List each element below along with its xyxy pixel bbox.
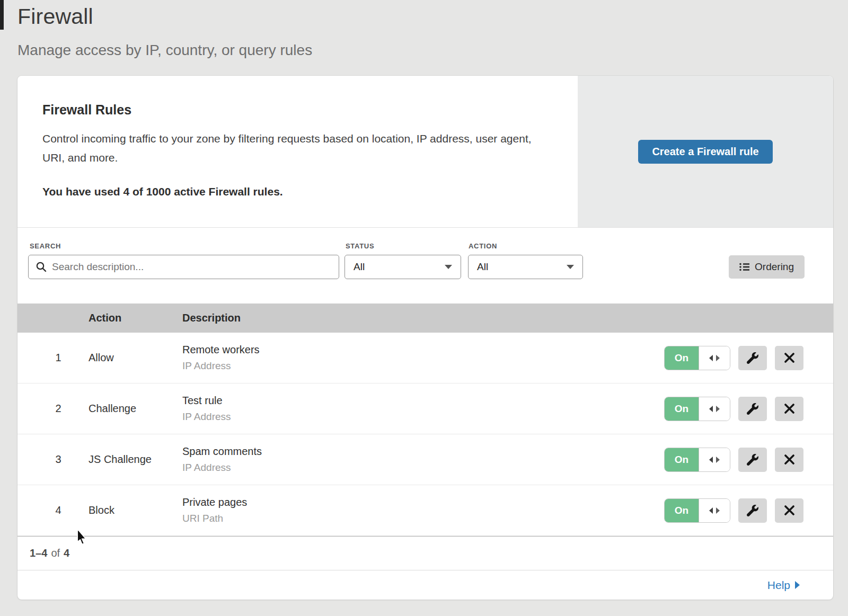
rule-description: Remote workers [182, 344, 664, 356]
toggle-drag-handle[interactable] [699, 397, 730, 421]
left-right-arrows-icon [709, 456, 720, 463]
rule-description: Private pages [182, 496, 664, 508]
rule-controls: On [664, 346, 833, 370]
help-link[interactable]: Help [767, 579, 800, 592]
rule-priority: 1 [17, 352, 89, 364]
rule-description: Test rule [182, 395, 664, 407]
section-description: Control incoming traffic to your zone by… [42, 129, 546, 167]
close-icon [784, 353, 794, 363]
status-label: STATUS [346, 242, 374, 250]
delete-rule-button[interactable] [775, 498, 803, 523]
rule-priority: 3 [17, 453, 89, 466]
table-row: 3 JS Challenge Spam comments IP Address … [17, 434, 833, 485]
rule-action: JS Challenge [89, 453, 182, 466]
rule-priority: 4 [17, 504, 89, 516]
create-firewall-rule-button[interactable]: Create a Firewall rule [638, 140, 772, 164]
table-row: 2 Challenge Test rule IP Address On [17, 383, 833, 434]
rule-controls: On [664, 448, 833, 472]
toggle-on-label[interactable]: On [665, 397, 699, 421]
table-row: 4 Block Private pages URI Path On [17, 485, 833, 536]
ordering-button-label: Ordering [755, 261, 794, 273]
filters-bar: SEARCH STATUS All ACTION All Ordering [17, 228, 833, 303]
rule-enabled-toggle[interactable]: On [664, 448, 730, 472]
overview-section: Firewall Rules Control incoming traffic … [17, 76, 833, 228]
rule-field: IP Address [182, 462, 664, 474]
description-column-header: Description [182, 312, 833, 324]
chevron-down-icon [567, 265, 574, 269]
delete-rule-button[interactable] [775, 346, 803, 370]
wrench-icon [747, 352, 758, 364]
page-subtitle: Manage access by IP, country, or query r… [17, 42, 823, 59]
rule-field: URI Path [182, 513, 664, 524]
delete-rule-button[interactable] [775, 397, 803, 421]
status-selected-value: All [354, 261, 365, 273]
chevron-down-icon [445, 265, 452, 269]
left-right-arrows-icon [709, 405, 720, 413]
edit-rule-button[interactable] [738, 498, 767, 523]
section-heading: Firewall Rules [42, 102, 546, 118]
rule-action: Challenge [89, 403, 182, 415]
wrench-icon [747, 403, 758, 415]
status-select[interactable]: All [344, 255, 461, 279]
edit-rule-button[interactable] [738, 397, 767, 421]
search-label: SEARCH [30, 242, 61, 250]
search-input[interactable] [28, 255, 339, 279]
rule-description: Spam comments [182, 445, 664, 458]
overview-text-block: Firewall Rules Control incoming traffic … [17, 76, 578, 227]
edit-rule-button[interactable] [738, 448, 767, 472]
rule-controls: On [664, 498, 833, 523]
toggle-drag-handle[interactable] [699, 448, 730, 471]
close-icon [784, 505, 794, 515]
toggle-drag-handle[interactable] [699, 346, 730, 370]
toggle-drag-handle[interactable] [699, 499, 730, 522]
rule-action: Block [89, 504, 182, 516]
toggle-on-label[interactable]: On [665, 499, 699, 522]
search-field-wrap [28, 255, 339, 279]
pagination-total: 4 [64, 547, 69, 559]
close-icon [784, 454, 794, 465]
left-right-arrows-icon [709, 354, 720, 362]
search-icon [36, 261, 47, 273]
action-selected-value: All [477, 261, 488, 273]
pagination-bar: 1–4 of 4 [17, 536, 833, 570]
rule-enabled-toggle[interactable]: On [664, 346, 730, 370]
wrench-icon [747, 505, 758, 516]
table-header: Action Description [17, 303, 833, 333]
delete-rule-button[interactable] [775, 448, 803, 472]
action-select[interactable]: All [468, 255, 583, 279]
help-bar: Help [17, 570, 833, 600]
table-row: 1 Allow Remote workers IP Address On [17, 333, 833, 383]
ordering-button[interactable]: Ordering [729, 255, 805, 279]
arrow-right-icon [795, 581, 800, 589]
list-icon [739, 263, 749, 271]
edit-rule-button[interactable] [738, 346, 767, 370]
rule-controls: On [664, 397, 833, 421]
action-column-header: Action [89, 312, 182, 324]
overview-action-panel: Create a Firewall rule [578, 76, 833, 227]
pagination-range: 1–4 [30, 547, 47, 559]
usage-summary: You have used 4 of 1000 active Firewall … [42, 185, 546, 198]
action-label: ACTION [469, 242, 497, 250]
toggle-on-label[interactable]: On [665, 448, 699, 471]
window-edge-artifact [0, 0, 4, 30]
help-link-label: Help [767, 579, 790, 592]
rule-field: IP Address [182, 360, 664, 372]
rule-enabled-toggle[interactable]: On [664, 498, 730, 523]
pagination-of: of [51, 547, 60, 559]
page-title: Firewall [17, 4, 823, 29]
close-icon [784, 404, 794, 414]
firewall-rules-card: Firewall Rules Control incoming traffic … [17, 76, 833, 600]
rule-priority: 2 [17, 403, 89, 415]
toggle-on-label[interactable]: On [665, 346, 699, 370]
rule-enabled-toggle[interactable]: On [664, 397, 730, 421]
wrench-icon [747, 454, 758, 466]
page-header: Firewall Manage access by IP, country, o… [17, 0, 823, 59]
rule-action: Allow [89, 352, 182, 364]
left-right-arrows-icon [709, 507, 720, 514]
rule-field: IP Address [182, 411, 664, 423]
